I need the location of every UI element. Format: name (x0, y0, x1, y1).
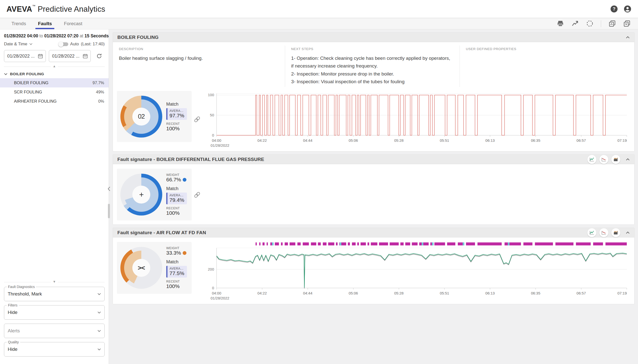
main-content: BOILER FOULING DESCRIPTION Boiler heatin… (109, 30, 638, 364)
link-icon[interactable] (194, 191, 200, 198)
expand-all-icon[interactable] (623, 20, 630, 27)
collapse-all-icon[interactable] (608, 20, 616, 27)
signature-charts-stack: 01020 0 05010004:0004:2204:4405:0605:280… (202, 169, 630, 186)
air-flow-chart[interactable]: 020004:0004:2204:4405:0605:2805:5106:130… (202, 242, 630, 300)
app-bar: AVEVA™ Predictive Analytics ? (0, 0, 638, 18)
fault-match-card: 02 Match AVERA... 97.7% RECENT 100% (117, 91, 192, 142)
tree-item[interactable]: AIRHEATER FOULING0% (0, 97, 109, 106)
average-label: AVERA... (170, 109, 184, 112)
panel1-header-actions (623, 36, 630, 38)
print-icon[interactable] (557, 20, 564, 27)
tree-item[interactable]: BOILER FOULING97.7% (0, 78, 109, 88)
average-label: AVERA... (170, 267, 184, 270)
svg-text:06:13: 06:13 (486, 138, 495, 142)
lasso-selection-icon[interactable] (586, 20, 594, 27)
residual-chart[interactable]: 0 (202, 175, 630, 180)
area-chart-view-button[interactable] (611, 155, 620, 164)
auto-refresh-control: Auto (Last: 17:40) (59, 42, 105, 46)
date-time-dropdown[interactable]: Date & Time (4, 42, 32, 46)
collapse-panel-icon[interactable] (626, 36, 630, 38)
weight-match-stats: WEIGHT 33.3% Match AVERA... 77.5% RECENT… (166, 246, 187, 289)
chevron-down-icon (98, 293, 101, 295)
tree-item[interactable]: SCR FOULING49% (0, 88, 109, 97)
donut-center-value: + (139, 190, 144, 199)
fault-donut-chart[interactable]: 02 (120, 96, 162, 138)
signature-donut-chart[interactable]: >< (120, 247, 162, 289)
calendar-icon (82, 53, 88, 59)
svg-text:01/28/2022: 01/28/2022 (210, 296, 229, 300)
app-title: AVEVA™ Predictive Analytics (6, 4, 105, 14)
recent-label: RECENT (166, 122, 187, 126)
select-filters[interactable]: FiltersHide (4, 305, 105, 320)
area-chart-view-button[interactable] (611, 228, 620, 237)
account-icon[interactable] (624, 5, 632, 13)
svg-text:0: 0 (212, 286, 214, 290)
link-icon[interactable] (194, 116, 200, 123)
trend-icon[interactable] (572, 20, 579, 27)
panel1-chart-row: 02 Match AVERA... 97.7% RECENT 100% (113, 90, 634, 151)
auto-toggle[interactable] (59, 42, 68, 46)
contribution-chart[interactable]: 05010004:0004:2204:4405:0605:2805:5106:1… (202, 182, 630, 186)
collapse-panel-icon[interactable] (626, 158, 630, 161)
panel2-header[interactable]: Fault signature - BOILER DIFFERENTIAL FL… (113, 155, 634, 164)
collapse-up-handle[interactable]: ▲ (51, 64, 58, 68)
select-alerts[interactable]: Alerts (4, 324, 105, 338)
tree-section-divider: ▲ (4, 66, 105, 67)
svg-text:06:35: 06:35 (531, 291, 540, 295)
link-column (192, 242, 202, 300)
line-chart-view-button[interactable] (588, 155, 596, 164)
line-chart-view-button[interactable] (588, 228, 596, 237)
average-match-chip: AVERA... 77.5% (166, 266, 187, 278)
splitter-handle[interactable] (108, 204, 110, 218)
select-quality[interactable]: QualityHide (4, 342, 105, 356)
area-chart-icon (613, 157, 618, 162)
panel3-header[interactable]: Fault signature - AIR FLOW AT FD FAN (113, 228, 634, 238)
signal-vs-expected-chart[interactable]: 01020 (202, 169, 630, 173)
weight-value: 66.7% (166, 177, 181, 182)
signature-donut-chart[interactable]: + (120, 174, 162, 216)
link-column (192, 169, 202, 221)
select-fault-diagnostics[interactable]: Fault DiagnosticsThreshold, Mark (4, 287, 105, 301)
panel3-header-actions (588, 228, 630, 237)
fault-active-chart[interactable]: 05010004:0004:2204:4405:0605:2805:5106:1… (202, 91, 630, 148)
panel2-header-actions (588, 155, 630, 164)
active-tab-underline (36, 28, 54, 29)
donut-center: >< (132, 259, 150, 277)
range-interval: 15 Seconds (84, 34, 109, 38)
tab-forecast[interactable]: Forecast (58, 18, 88, 29)
app-title-rest: Predictive Analytics (36, 5, 105, 14)
tree-item-label: SCR FOULING (14, 90, 42, 94)
select-value: Hide (8, 346, 18, 352)
chevron-down-icon (98, 330, 101, 332)
calendar-icon (38, 53, 43, 59)
collapse-down-handle[interactable]: ▼ (51, 280, 58, 283)
threshold-chart-view-button[interactable] (599, 228, 608, 237)
threshold-chart-view-button[interactable] (599, 155, 608, 164)
chevron-down-icon (98, 312, 101, 314)
chevron-down-icon (98, 348, 101, 350)
recent-value: 100% (166, 126, 187, 132)
collapse-panel-icon[interactable] (626, 232, 630, 234)
svg-text:06:35: 06:35 (531, 138, 540, 142)
svg-text:04:44: 04:44 (303, 291, 312, 295)
panel1-header[interactable]: BOILER FOULING (113, 33, 634, 42)
svg-text:07:19: 07:19 (617, 291, 627, 295)
toolbar-divider (601, 20, 601, 27)
tree-parent-boiler-fouling[interactable]: BOILER FOULING (0, 70, 109, 78)
tab-trends[interactable]: Trends (6, 18, 32, 29)
select-value: Hide (8, 310, 18, 315)
auto-label: Auto (70, 42, 79, 46)
start-date-input[interactable]: 01/28/2022 ... (4, 50, 46, 62)
recent-value: 100% (166, 210, 187, 216)
tab-faults[interactable]: Faults (32, 18, 58, 29)
end-date-input[interactable]: 01/28/2022 ... (49, 50, 91, 62)
svg-text:05:51: 05:51 (440, 138, 449, 142)
user-defined-properties-column: USER DEFINED PROPERTIES (460, 46, 634, 87)
help-icon[interactable]: ? (610, 5, 618, 13)
panel3-content: >< WEIGHT 33.3% Match AVERA... 77.5% REC… (113, 238, 634, 304)
end-date-value: 01/28/2022 ... (52, 54, 80, 59)
sidebar-collapse-arrow-icon[interactable] (108, 186, 110, 191)
select-label: Filters (7, 303, 19, 307)
svg-text:05:06: 05:06 (349, 291, 358, 295)
refresh-button[interactable] (94, 50, 105, 62)
